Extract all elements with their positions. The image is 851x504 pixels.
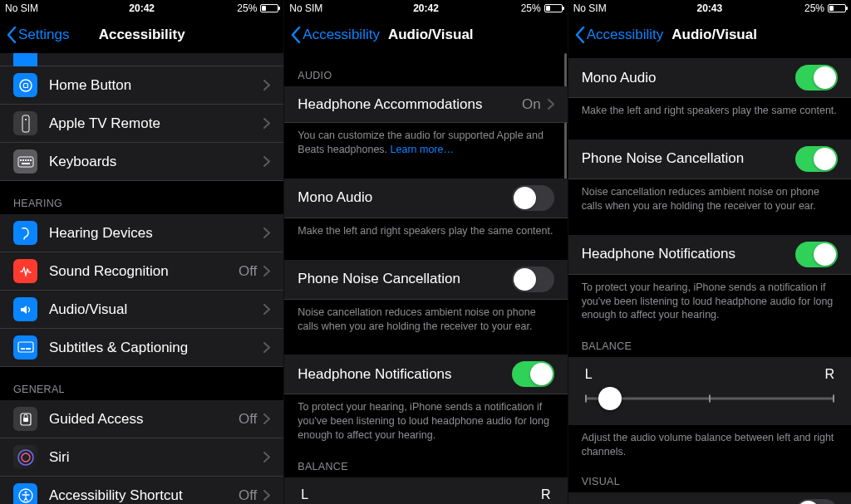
toggle-mono-audio[interactable]: [512, 185, 554, 211]
svg-rect-6: [22, 159, 24, 161]
screen-audio-visual-1: No SIM 20:42 25% Accessibility Audio/Vis…: [283, 0, 567, 504]
screen-audio-visual-2: No SIM 20:43 25% Accessibility Audio/Vis…: [568, 0, 851, 504]
back-label: Settings: [18, 27, 69, 43]
carrier: No SIM: [289, 2, 322, 14]
balance-block: L R: [568, 357, 851, 425]
row-label: Phone Noise Cancellation: [582, 150, 795, 167]
audio-visual-icon: [13, 297, 37, 321]
battery-icon: [260, 4, 278, 12]
row-label: Home Button: [49, 77, 263, 94]
back-button[interactable]: Accessibility: [575, 27, 664, 43]
home-button-icon: [13, 73, 37, 97]
chevron-right-icon: [263, 156, 270, 167]
toggle-headphone-notifications[interactable]: [512, 361, 554, 387]
section-hearing: Hearing: [0, 181, 283, 214]
svg-rect-11: [18, 342, 33, 352]
row-label: Headphone Notifications: [298, 366, 511, 383]
battery-pct: 25%: [804, 2, 824, 14]
row-audio-visual[interactable]: Audio/Visual: [0, 291, 283, 329]
svg-point-3: [25, 119, 27, 120]
svg-rect-4: [18, 157, 33, 167]
siri-icon: [13, 445, 37, 469]
row-guided-access[interactable]: Guided Access Off: [0, 400, 283, 438]
row-mono-audio[interactable]: Mono Audio: [568, 58, 851, 98]
row-headphone-notifications[interactable]: Headphone Notifications: [568, 235, 851, 275]
row-accessibility-shortcut[interactable]: Accessibility Shortcut Off: [0, 477, 283, 504]
row-noise-cancellation[interactable]: Phone Noise Cancellation: [568, 139, 851, 179]
chevron-right-icon: [548, 99, 554, 110]
row-label: Keyboards: [49, 154, 263, 170]
toggle-noise-cancellation[interactable]: [512, 267, 554, 292]
chevron-right-icon: [263, 452, 270, 462]
toggle-mono-audio[interactable]: [795, 65, 838, 91]
row-value: Off: [239, 411, 257, 428]
row-label: Headphone Notifications: [582, 246, 795, 262]
back-label: Accessibility: [587, 27, 664, 43]
page-title: Audio/Visual: [388, 27, 474, 43]
row-keyboards[interactable]: Keyboards: [0, 143, 283, 181]
row-headphone-accommodations[interactable]: Headphone Accommodations On: [284, 86, 567, 123]
svg-rect-12: [21, 348, 25, 350]
row-label: Audio/Visual: [49, 301, 263, 318]
row-label: Hearing Devices: [49, 225, 263, 242]
slider-knob[interactable]: [598, 387, 622, 410]
partial-row-top: [0, 53, 283, 66]
apple-tv-remote-icon: [13, 111, 37, 135]
row-label: Guided Access: [49, 411, 239, 428]
row-hearing-devices[interactable]: Hearing Devices: [0, 214, 283, 252]
chevron-left-icon: [291, 27, 301, 43]
section-audio: Audio: [284, 53, 567, 86]
footer-headphone-accommodations: You can customize the audio for supporte…: [284, 123, 567, 165]
toggle-headphone-notifications[interactable]: [795, 242, 838, 267]
battery-icon: [828, 4, 846, 12]
chevron-left-icon: [7, 27, 17, 43]
chevron-right-icon: [263, 228, 270, 238]
page-title: Accessibility: [99, 27, 185, 43]
content-scroll[interactable]: Home Button Apple TV Remote Keyboards He…: [0, 53, 283, 504]
nav-bar: Accessibility Audio/Visual: [284, 17, 567, 53]
toggle-noise-cancellation[interactable]: [795, 146, 838, 172]
back-button[interactable]: Settings: [7, 27, 69, 43]
row-home-button[interactable]: Home Button: [0, 66, 283, 105]
svg-rect-1: [23, 83, 27, 87]
section-general: General: [0, 367, 283, 400]
clock: 20:42: [129, 2, 155, 14]
row-siri[interactable]: Siri: [0, 438, 283, 477]
toggle-led-flash[interactable]: [795, 499, 838, 504]
chevron-left-icon: [575, 27, 585, 43]
sound-recognition-icon: [13, 259, 37, 283]
row-subtitles[interactable]: Subtitles & Captioning: [0, 329, 283, 367]
guided-access-icon: [13, 407, 37, 431]
carrier: No SIM: [5, 2, 38, 14]
svg-rect-13: [26, 348, 31, 350]
chevron-right-icon: [263, 490, 270, 501]
back-label: Accessibility: [303, 27, 380, 43]
hearing-devices-icon: [13, 221, 37, 245]
row-label: Mono Audio: [298, 189, 511, 206]
svg-rect-7: [25, 159, 27, 161]
balance-slider[interactable]: [585, 387, 834, 410]
row-label: Sound Recognition: [49, 263, 239, 280]
row-sound-recognition[interactable]: Sound Recognition Off: [0, 252, 283, 291]
row-apple-tv-remote[interactable]: Apple TV Remote: [0, 105, 283, 143]
clock: 20:43: [696, 2, 722, 14]
row-mono-audio[interactable]: Mono Audio: [284, 179, 567, 218]
content-scroll[interactable]: Mono Audio Make the left and right speak…: [568, 53, 851, 504]
chevron-right-icon: [263, 342, 270, 353]
footer-headphone-notifications: To protect your hearing, iPhone sends a …: [568, 275, 851, 331]
chevron-right-icon: [263, 304, 270, 315]
learn-more-link[interactable]: Learn more…: [391, 144, 454, 155]
nav-bar: Settings Accessibility: [0, 17, 283, 53]
svg-rect-5: [20, 159, 22, 161]
footer-noise-cancellation: Noise cancellation reduces ambient noise…: [284, 300, 567, 342]
row-noise-cancellation[interactable]: Phone Noise Cancellation: [284, 260, 567, 300]
chevron-right-icon: [263, 266, 270, 276]
row-label: Siri: [49, 449, 263, 466]
accessibility-shortcut-icon: [13, 483, 37, 504]
row-headphone-notifications[interactable]: Headphone Notifications: [284, 355, 567, 394]
content-scroll[interactable]: Audio Headphone Accommodations On You ca…: [284, 53, 567, 504]
subtitles-icon: [13, 335, 37, 360]
chevron-right-icon: [263, 80, 270, 91]
back-button[interactable]: Accessibility: [291, 27, 380, 43]
row-led-flash[interactable]: LED Flash for Alerts: [568, 492, 851, 504]
